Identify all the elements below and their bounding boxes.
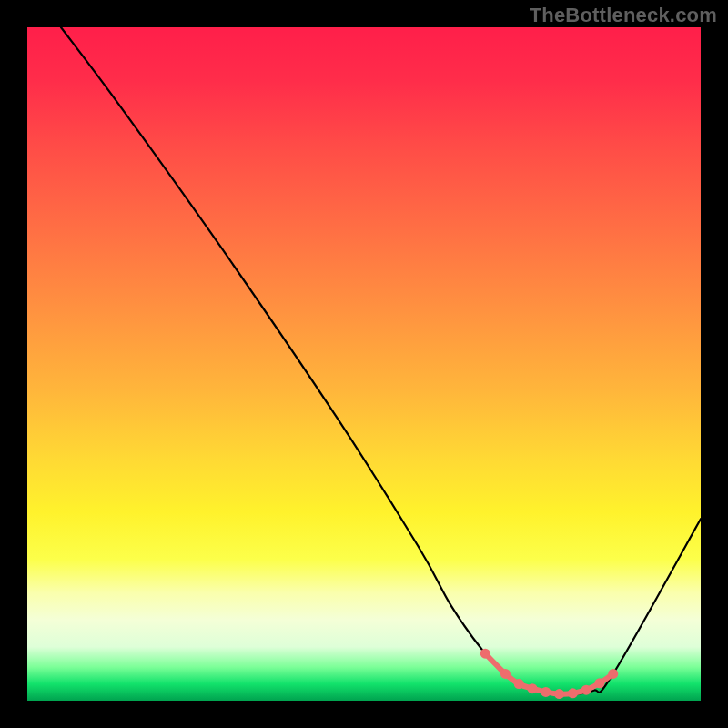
bottleneck-curve-line <box>61 27 701 694</box>
optimal-dot <box>595 678 605 688</box>
plot-area <box>27 27 701 701</box>
optimal-dot <box>528 683 538 693</box>
chart-frame: TheBottleneck.com <box>0 0 728 728</box>
optimal-dot <box>608 669 618 679</box>
optimal-dot <box>500 669 511 679</box>
optimal-dot <box>554 689 564 699</box>
optimal-dot <box>480 649 490 659</box>
optimal-dot <box>541 687 551 697</box>
optimal-dot <box>581 685 592 695</box>
watermark-text: TheBottleneck.com <box>530 4 717 27</box>
optimal-dot <box>514 679 524 689</box>
optimal-dot <box>568 688 578 698</box>
chart-svg <box>27 27 701 701</box>
